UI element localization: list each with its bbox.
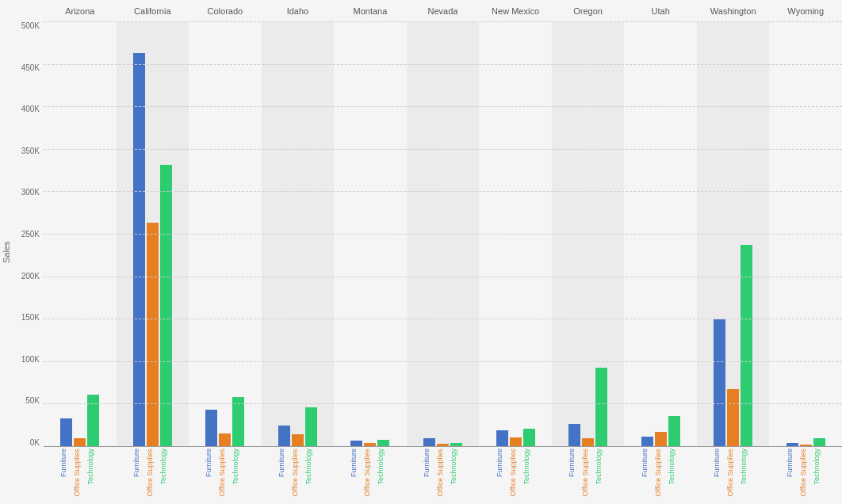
states-header: ArizonaCaliforniaColoradoIdahoMontanaNev… <box>44 0 842 22</box>
y-tick-label: 500K <box>13 22 44 30</box>
bar-furniture[interactable] <box>641 437 653 447</box>
bottom-label-office-supplies: Office Supplies <box>510 449 522 496</box>
bottom-label-office-supplies: Office Supplies <box>727 449 739 496</box>
bar-technology[interactable] <box>305 407 317 447</box>
bar-furniture[interactable] <box>133 53 145 447</box>
bar-office-supplies[interactable] <box>364 443 376 447</box>
bar-furniture[interactable] <box>714 319 725 447</box>
bar-office-supplies[interactable] <box>437 444 449 447</box>
y-axis-title: Sales <box>0 0 13 504</box>
bar-technology[interactable] <box>232 397 244 447</box>
state-col-montana <box>334 22 407 447</box>
state-col-california <box>117 22 189 447</box>
bar-technology[interactable] <box>668 416 680 447</box>
bottom-label-office-supplies: Office Supplies <box>582 449 594 496</box>
y-tick-label: 0K <box>13 439 44 447</box>
bars-group <box>44 22 117 447</box>
bar-office-supplies[interactable] <box>292 434 304 447</box>
bars-group <box>334 22 407 447</box>
bar-technology[interactable] <box>813 438 825 447</box>
bottom-label-furniture: Furniture <box>133 449 145 477</box>
y-tick-label: 150K <box>13 314 44 322</box>
bar-furniture[interactable] <box>496 430 508 447</box>
bar-technology[interactable] <box>160 165 172 447</box>
chart-container: Sales 0K50K100K150K200K250K300K350K400K4… <box>0 0 842 504</box>
bar-technology[interactable] <box>741 245 752 447</box>
state-col-washington <box>697 22 770 447</box>
bar-furniture[interactable] <box>423 438 435 447</box>
bar-technology[interactable] <box>377 440 389 447</box>
bottom-label-office-supplies: Office Supplies <box>74 449 86 496</box>
bottom-label-technology: Technology <box>305 449 317 485</box>
bars-group <box>189 22 262 447</box>
bottom-label-group: FurnitureOffice SuppliesTechnology <box>552 447 625 504</box>
bottom-label-technology: Technology <box>741 449 752 485</box>
bottom-label-group: FurnitureOffice SuppliesTechnology <box>44 447 117 504</box>
bars-group <box>407 22 480 447</box>
bar-furniture[interactable] <box>278 426 290 447</box>
bottom-label-office-supplies: Office Supplies <box>364 449 376 496</box>
bottom-label-technology: Technology <box>450 449 462 485</box>
bottom-label-office-supplies: Office Supplies <box>437 449 449 496</box>
bar-office-supplies[interactable] <box>582 438 594 447</box>
main-plot <box>44 22 842 447</box>
bar-office-supplies[interactable] <box>510 437 522 447</box>
bottom-label-office-supplies: Office Supplies <box>800 449 812 496</box>
bottom-label-group: FurnitureOffice SuppliesTechnology <box>117 447 189 504</box>
bar-office-supplies[interactable] <box>74 438 86 447</box>
state-col-arizona <box>44 22 117 447</box>
state-header-montana: Montana <box>334 0 407 22</box>
bar-furniture[interactable] <box>350 441 362 447</box>
bar-technology[interactable] <box>87 395 99 447</box>
bar-technology[interactable] <box>523 429 535 447</box>
bars-group <box>697 22 770 447</box>
bottom-label-group: FurnitureOffice SuppliesTechnology <box>479 447 552 504</box>
bar-furniture[interactable] <box>568 424 580 447</box>
bar-office-supplies[interactable] <box>727 389 739 447</box>
bar-furniture[interactable] <box>205 410 217 447</box>
bottom-label-office-supplies: Office Supplies <box>219 449 231 496</box>
left-axis: Sales 0K50K100K150K200K250K300K350K400K4… <box>0 0 44 504</box>
bottom-labels: FurnitureOffice SuppliesTechnologyFurnit… <box>44 447 842 504</box>
bottom-label-technology: Technology <box>813 449 825 485</box>
bottom-label-furniture: Furniture <box>60 449 72 477</box>
bottom-label-furniture: Furniture <box>205 449 217 477</box>
chart-right-content: ArizonaCaliforniaColoradoIdahoMontanaNev… <box>44 0 842 504</box>
y-tick-label: 450K <box>13 64 44 72</box>
y-tick-label: 200K <box>13 273 44 281</box>
bottom-label-group: FurnitureOffice SuppliesTechnology <box>697 447 770 504</box>
bottom-label-technology: Technology <box>232 449 244 485</box>
bars-group <box>624 22 697 447</box>
state-col-colorado <box>189 22 262 447</box>
bar-office-supplies[interactable] <box>655 432 667 447</box>
bar-furniture[interactable] <box>60 418 72 447</box>
bars-group <box>117 22 189 447</box>
bar-technology[interactable] <box>595 368 607 447</box>
state-col-wyoming <box>769 22 842 447</box>
bars-group <box>769 22 842 447</box>
bottom-label-technology: Technology <box>377 449 389 485</box>
bottom-label-furniture: Furniture <box>568 449 580 477</box>
bottom-label-technology: Technology <box>87 449 99 485</box>
bottom-label-furniture: Furniture <box>496 449 508 477</box>
state-col-utah <box>624 22 697 447</box>
state-header-washington: Washington <box>697 0 770 22</box>
bottom-label-office-supplies: Office Supplies <box>655 449 667 496</box>
bar-office-supplies[interactable] <box>219 433 231 447</box>
bottom-label-furniture: Furniture <box>714 449 725 477</box>
state-header-wyoming: Wyoming <box>769 0 842 22</box>
y-tick-label: 300K <box>13 189 44 197</box>
bar-furniture[interactable] <box>787 443 798 447</box>
bottom-label-furniture: Furniture <box>350 449 362 477</box>
bottom-label-group: FurnitureOffice SuppliesTechnology <box>189 447 262 504</box>
bar-office-supplies[interactable] <box>147 223 159 447</box>
bottom-label-group: FurnitureOffice SuppliesTechnology <box>334 447 407 504</box>
y-tick-label: 50K <box>13 397 44 405</box>
state-header-oregon: Oregon <box>552 0 625 22</box>
y-tick-label: 400K <box>13 105 44 113</box>
bar-office-supplies[interactable] <box>800 445 812 447</box>
bottom-label-group: FurnitureOffice SuppliesTechnology <box>262 447 335 504</box>
bottom-label-group: FurnitureOffice SuppliesTechnology <box>407 447 480 504</box>
state-header-nevada: Nevada <box>407 0 480 22</box>
bar-technology[interactable] <box>450 443 462 447</box>
